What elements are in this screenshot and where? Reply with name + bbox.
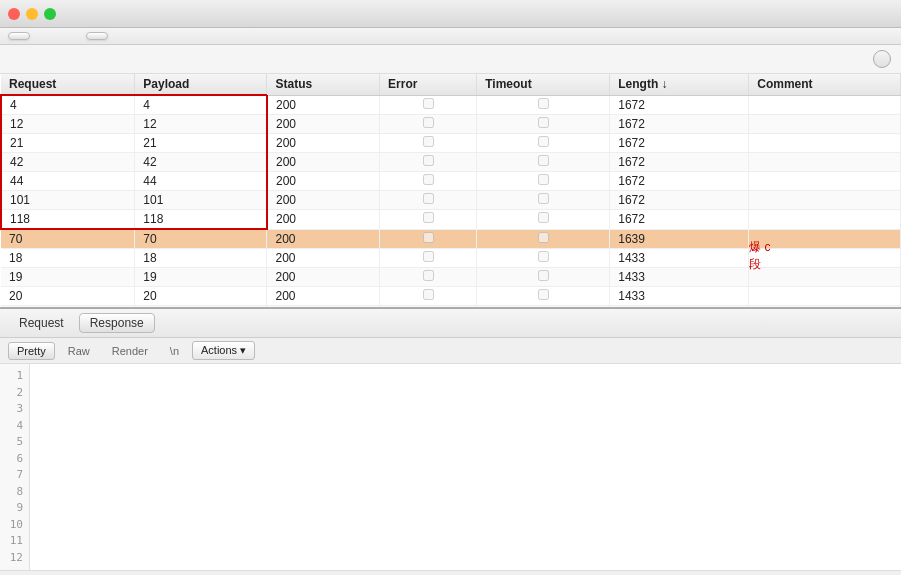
cell-timeout bbox=[477, 287, 610, 306]
cell-error bbox=[380, 249, 477, 268]
cell-payload: 70 bbox=[135, 229, 267, 249]
cell-status: 200 bbox=[267, 210, 380, 230]
cell-status: 200 bbox=[267, 287, 380, 306]
table-row[interactable]: 1011012001672 bbox=[1, 191, 901, 210]
cell-status: 200 bbox=[267, 172, 380, 191]
cell-comment bbox=[749, 115, 901, 134]
cell-length: 1672 bbox=[610, 191, 749, 210]
cell-payload: 118 bbox=[135, 210, 267, 230]
cell-length: 1672 bbox=[610, 115, 749, 134]
tab-options[interactable] bbox=[112, 32, 134, 40]
response-area: 123456789101112 bbox=[0, 364, 901, 570]
cell-status: 200 bbox=[267, 153, 380, 172]
col-timeout[interactable]: Timeout bbox=[477, 74, 610, 95]
tab-results[interactable] bbox=[8, 32, 30, 40]
cell-timeout bbox=[477, 191, 610, 210]
format-render[interactable]: Render bbox=[103, 342, 157, 360]
col-request[interactable]: Request bbox=[1, 74, 135, 95]
cell-status: 200 bbox=[267, 268, 380, 287]
table-row[interactable]: 42422001672 bbox=[1, 153, 901, 172]
cell-request: 20 bbox=[1, 287, 135, 306]
format-bar: Pretty Raw Render \n Actions ▾ bbox=[0, 338, 901, 364]
tab-payloads[interactable] bbox=[86, 32, 108, 40]
col-error[interactable]: Error bbox=[380, 74, 477, 95]
table-row[interactable]: 12122001672 bbox=[1, 115, 901, 134]
cell-error bbox=[380, 115, 477, 134]
cell-length: 1672 bbox=[610, 172, 749, 191]
col-comment[interactable]: Comment bbox=[749, 74, 901, 95]
cell-request: 18 bbox=[1, 249, 135, 268]
response-content[interactable] bbox=[30, 364, 901, 570]
format-pretty[interactable]: Pretty bbox=[8, 342, 55, 360]
filter-bar bbox=[0, 45, 901, 74]
cell-timeout bbox=[477, 95, 610, 115]
col-length[interactable]: Length ↓ bbox=[610, 74, 749, 95]
cell-length: 1433 bbox=[610, 249, 749, 268]
cell-request: 4 bbox=[1, 95, 135, 115]
bottom-text-bar: column 2\r\nFFF;}\r\nh2{font-size:1.7em;… bbox=[0, 570, 901, 575]
cell-timeout bbox=[477, 210, 610, 230]
minimize-button[interactable] bbox=[26, 8, 38, 20]
cell-status: 200 bbox=[267, 115, 380, 134]
cell-comment: 爆 c 段 bbox=[749, 229, 901, 249]
cell-error bbox=[380, 95, 477, 115]
cell-request: 12 bbox=[1, 115, 135, 134]
cell-request: 21 bbox=[1, 134, 135, 153]
cell-payload: 42 bbox=[135, 153, 267, 172]
cell-error bbox=[380, 287, 477, 306]
cell-comment bbox=[749, 249, 901, 268]
cell-request: 42 bbox=[1, 153, 135, 172]
cell-error bbox=[380, 191, 477, 210]
table-row[interactable]: 44442001672 bbox=[1, 172, 901, 191]
table-row[interactable]: 442001672 bbox=[1, 95, 901, 115]
cell-length: 1433 bbox=[610, 268, 749, 287]
table-row[interactable]: 70702001639爆 c 段 bbox=[1, 229, 901, 249]
cell-payload: 20 bbox=[135, 287, 267, 306]
table-row[interactable]: 21212001672 bbox=[1, 134, 901, 153]
cell-length: 1672 bbox=[610, 210, 749, 230]
format-raw[interactable]: Raw bbox=[59, 342, 99, 360]
cell-length: 1433 bbox=[610, 287, 749, 306]
cell-request: 70 bbox=[1, 229, 135, 249]
cell-timeout bbox=[477, 115, 610, 134]
cell-comment bbox=[749, 268, 901, 287]
cell-status: 200 bbox=[267, 95, 380, 115]
cell-payload: 12 bbox=[135, 115, 267, 134]
menu-bar bbox=[0, 28, 901, 45]
cell-timeout bbox=[477, 134, 610, 153]
cell-error bbox=[380, 210, 477, 230]
cell-payload: 18 bbox=[135, 249, 267, 268]
tab-request[interactable]: Request bbox=[8, 313, 75, 333]
cell-comment bbox=[749, 153, 901, 172]
tab-positions[interactable] bbox=[60, 32, 82, 40]
cell-request: 19 bbox=[1, 268, 135, 287]
cell-timeout bbox=[477, 249, 610, 268]
format-newline[interactable]: \n bbox=[161, 342, 188, 360]
cell-status: 200 bbox=[267, 229, 380, 249]
cell-payload: 101 bbox=[135, 191, 267, 210]
table-row[interactable]: 19192001433 bbox=[1, 268, 901, 287]
cell-error bbox=[380, 172, 477, 191]
cell-status: 200 bbox=[267, 249, 380, 268]
zoom-button[interactable] bbox=[44, 8, 56, 20]
cell-status: 200 bbox=[267, 134, 380, 153]
col-status[interactable]: Status bbox=[267, 74, 380, 95]
cell-error bbox=[380, 134, 477, 153]
cell-timeout bbox=[477, 268, 610, 287]
cell-status: 200 bbox=[267, 191, 380, 210]
table-row[interactable]: 18182001433 bbox=[1, 249, 901, 268]
tab-target[interactable] bbox=[34, 32, 56, 40]
col-payload[interactable]: Payload bbox=[135, 74, 267, 95]
actions-button[interactable]: Actions ▾ bbox=[192, 341, 255, 360]
cell-request: 101 bbox=[1, 191, 135, 210]
close-button[interactable] bbox=[8, 8, 20, 20]
table-row[interactable]: 1181182001672 bbox=[1, 210, 901, 230]
tab-response[interactable]: Response bbox=[79, 313, 155, 333]
cell-request: 118 bbox=[1, 210, 135, 230]
table-row[interactable]: 20202001433 bbox=[1, 287, 901, 306]
cell-comment bbox=[749, 210, 901, 230]
help-button[interactable] bbox=[873, 50, 891, 68]
cell-comment bbox=[749, 172, 901, 191]
results-table: Request Payload Status Error Timeout Len… bbox=[0, 74, 901, 309]
cell-timeout bbox=[477, 153, 610, 172]
